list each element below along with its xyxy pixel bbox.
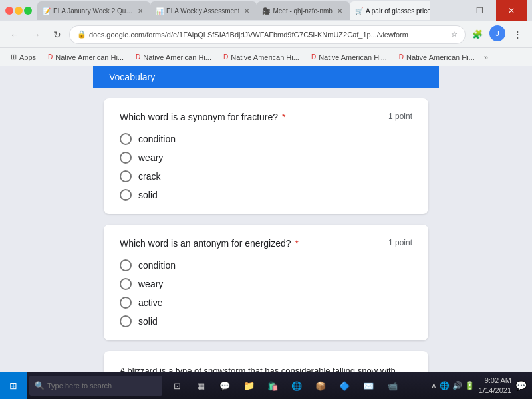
profile-button[interactable]: J: [489, 25, 505, 41]
notification-icon[interactable]: 💬: [515, 380, 527, 391]
taskbar-edge[interactable]: 🌐: [285, 374, 309, 398]
taskbar-dropbox[interactable]: 📦: [309, 374, 332, 398]
taskbar-meet[interactable]: 📹: [380, 374, 404, 398]
taskbar-clock[interactable]: 9:02 AM 1/14/2021: [479, 376, 511, 396]
window-restore-btn[interactable]: ❒: [464, 0, 495, 21]
bookmark-4-label: Native American Hi...: [319, 53, 387, 61]
bookmark-1[interactable]: D Native American Hi...: [43, 52, 129, 63]
bookmark-2-label: Native American Hi...: [143, 53, 211, 61]
question-2-points: 1 point: [388, 238, 412, 247]
question-1-card: Which word is a synonym for fracture? * …: [104, 98, 428, 214]
lock-icon: 🔒: [77, 30, 86, 39]
close-button[interactable]: [5, 7, 13, 15]
radio-q1a[interactable]: [120, 133, 132, 145]
question-1-text: Which word is a synonym for fracture? *: [120, 112, 378, 122]
tab-1-favicon: 📝: [43, 7, 51, 15]
tab-4[interactable]: 🛒 A pair of glasses priced... ✕: [350, 1, 430, 20]
star-icon[interactable]: ☆: [451, 30, 458, 39]
refresh-button[interactable]: ↻: [48, 25, 66, 44]
taskbar-chat[interactable]: 💬: [213, 374, 237, 398]
radio-q1d[interactable]: [120, 189, 132, 201]
apps-button[interactable]: ⊞ Apps: [5, 51, 41, 63]
tab-2-close[interactable]: ✕: [242, 7, 251, 15]
address-bar[interactable]: 🔒 docs.google.com/forms/d/e/1FAlpQLSfSIA…: [69, 25, 466, 44]
question-2-option-a[interactable]: condition: [120, 259, 412, 271]
bookmark-5-favicon: D: [399, 53, 404, 61]
address-text: docs.google.com/forms/d/e/1FAlpQLSfSIAfl…: [89, 31, 408, 39]
tray-network-icon[interactable]: 🌐: [440, 381, 450, 390]
radio-q2c[interactable]: [120, 297, 132, 309]
form-section-header: Vocabulary: [93, 66, 439, 88]
bookmark-5[interactable]: D Native American Hi...: [394, 52, 480, 63]
question-1-option-a[interactable]: condition: [120, 133, 412, 145]
tray-battery-icon[interactable]: 🔋: [465, 381, 475, 390]
meet-icon: 📹: [387, 381, 398, 391]
tray-icons: ∧ 🌐 🔊 🔋: [431, 381, 475, 390]
forward-button[interactable]: →: [27, 25, 45, 44]
question-2-option-b[interactable]: weary: [120, 278, 412, 290]
question-2-header: Which word is an antonym for energized? …: [120, 238, 412, 249]
q1d-label: solid: [138, 190, 158, 200]
tab-1-close[interactable]: ✕: [136, 7, 145, 15]
tabs-bar: 📝 ELA January Week 2 Quiz... ✕ 📊 ELA Wee…: [37, 1, 430, 20]
question-1-option-b[interactable]: weary: [120, 152, 412, 164]
bookmark-2[interactable]: D Native American Hi...: [130, 52, 217, 63]
tab-3-favicon: 🎥: [262, 7, 270, 15]
taskbar-store[interactable]: 🛍️: [261, 374, 285, 398]
q2c-label: active: [138, 297, 163, 308]
question-1-header: Which word is a synonym for fracture? * …: [120, 112, 412, 122]
start-button[interactable]: ⊞: [0, 372, 27, 399]
radio-q1c[interactable]: [120, 170, 132, 182]
question-2-option-c[interactable]: active: [120, 297, 412, 309]
question-1-option-d[interactable]: solid: [120, 189, 412, 201]
radio-q2d[interactable]: [120, 315, 132, 327]
edge-icon: 🌐: [291, 381, 302, 391]
question-1-required: *: [279, 112, 285, 122]
question-2-option-d[interactable]: solid: [120, 315, 412, 327]
chat-icon: 💬: [219, 381, 230, 391]
taskbar-widgets[interactable]: ▦: [189, 374, 213, 398]
bookmark-4[interactable]: D Native American Hi...: [306, 52, 392, 63]
more-bookmarks-button[interactable]: »: [481, 53, 491, 61]
question-2-required: *: [293, 238, 299, 249]
browser-window: 📝 ELA January Week 2 Quiz... ✕ 📊 ELA Wee…: [0, 0, 532, 372]
window-minimize-btn[interactable]: ─: [432, 0, 463, 21]
taskbar-search[interactable]: 🔍: [29, 376, 162, 396]
question-1-points: 1 point: [388, 112, 412, 121]
apps-grid-icon: ⊞: [11, 53, 17, 61]
windows-icon: ⊞: [9, 380, 17, 391]
tab-3-close[interactable]: ✕: [335, 7, 344, 15]
bookmark-5-label: Native American Hi...: [406, 53, 475, 61]
tab-2[interactable]: 📊 ELA Weekly Assessment ✕: [150, 1, 257, 20]
tray-volume-icon[interactable]: 🔊: [452, 381, 462, 390]
bookmark-3[interactable]: D Native American Hi...: [218, 52, 305, 63]
back-button[interactable]: ←: [5, 25, 24, 44]
bookmark-2-favicon: D: [136, 53, 140, 61]
extensions-button[interactable]: 🧩: [468, 25, 487, 44]
bookmark-1-label: Native American Hi...: [55, 53, 124, 61]
page-content[interactable]: Vocabulary Which word is a synonym for f…: [0, 66, 532, 372]
tray-up-arrow[interactable]: ∧: [431, 381, 437, 390]
question-1-option-c[interactable]: crack: [120, 170, 412, 182]
radio-q1b[interactable]: [120, 152, 132, 164]
tab-3[interactable]: 🎥 Meet - qhj-nzfe-nmb ✕: [257, 1, 349, 20]
window-close-btn[interactable]: ✕: [496, 0, 527, 21]
minimize-button[interactable]: [15, 7, 23, 15]
radio-q2b[interactable]: [120, 278, 132, 290]
taskbar-explorer[interactable]: 📁: [237, 374, 261, 398]
q2d-label: solid: [138, 316, 158, 327]
section-header-text: Vocabulary: [109, 72, 155, 82]
taskbar-ms-edge2[interactable]: 🔷: [332, 374, 356, 398]
maximize-button[interactable]: [24, 7, 32, 15]
menu-button[interactable]: ⋮: [508, 25, 527, 44]
bookmarks-bar: ⊞ Apps D Native American Hi... D Native …: [0, 48, 532, 66]
task-view-button[interactable]: ⊡: [165, 374, 189, 398]
taskbar-search-input[interactable]: [47, 382, 147, 390]
dropbox-icon: 📦: [315, 381, 326, 391]
gmail-icon: ✉️: [363, 381, 374, 391]
tab-1[interactable]: 📝 ELA January Week 2 Quiz... ✕: [37, 1, 150, 20]
bookmark-1-favicon: D: [48, 53, 53, 61]
question-2-card: Which word is an antonym for energized? …: [104, 225, 428, 340]
taskbar-gmail[interactable]: ✉️: [356, 374, 380, 398]
radio-q2a[interactable]: [120, 259, 132, 271]
